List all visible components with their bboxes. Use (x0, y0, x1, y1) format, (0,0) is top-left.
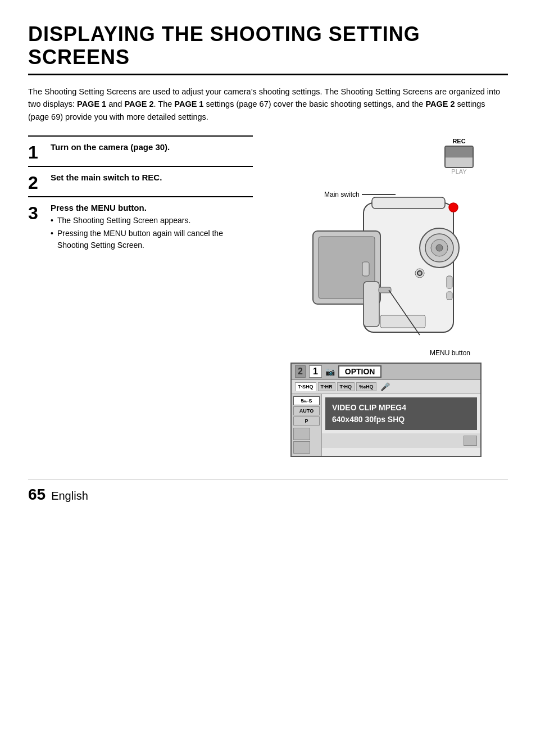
footer: 65 English (28, 479, 508, 504)
step-2-content: Set the main switch to REC. (51, 173, 253, 184)
left-item-auto: AUTO (293, 406, 320, 415)
page2-num: 2 (295, 365, 306, 378)
step-1-number: 1 (28, 143, 51, 161)
step-3-content: Press the MENU button. The Shooting Sett… (51, 203, 253, 252)
intro-bold1: PAGE 1 (77, 99, 106, 108)
video-info-line1: VIDEO CLIP MPEG4 (332, 402, 470, 414)
main-switch-line (362, 194, 396, 195)
screen-left-col: 5ₘ-S AUTO P (292, 394, 322, 456)
main-switch-label: Main switch (324, 191, 360, 198)
video-info-line2: 640x480 30fps SHQ (332, 414, 470, 425)
quality-tab-hq: T∙HQ (337, 382, 355, 391)
intro-text4: settings (page 67) cover the basic shoot… (203, 99, 425, 108)
step-3-title: Press the MENU button. (51, 203, 253, 212)
steps-right: REC PLAY Main switch (264, 135, 508, 457)
svg-point-7 (436, 245, 443, 251)
screen-right-col: VIDEO CLIP MPEG4 640x480 30fps SHQ (322, 394, 480, 456)
option-icon: 📷 (325, 367, 335, 376)
left-item-p: P (293, 417, 320, 425)
step-2-number: 2 (28, 174, 51, 192)
left-icon-1 (293, 428, 310, 440)
intro-bold4: PAGE 2 (425, 99, 455, 108)
screen-top-bar: 2 1 📷 OPTION (292, 364, 480, 380)
intro-text3: . The (154, 99, 175, 108)
svg-rect-12 (364, 282, 379, 327)
svg-rect-17 (362, 262, 369, 276)
play-label: PLAY (451, 168, 466, 175)
step-3-bullets: The Shooting Setting Screen appears. Pre… (51, 215, 253, 251)
step-3-row: 3 Press the MENU button. The Shooting Se… (28, 196, 253, 257)
left-item-5ms: 5ₘ-S (293, 396, 320, 405)
quality-row: T∙SHQ T∙HR T∙HQ %₆HQ 🎤 (292, 380, 480, 394)
step-2-row: 2 Set the main switch to REC. (28, 166, 253, 196)
step-1-content: Turn on the camera (page 30). (51, 142, 253, 154)
screen-diagram: 2 1 📷 OPTION T∙SHQ T∙HR T∙HQ %₆HQ 🎤 5ₘ-S… (290, 363, 482, 457)
quality-tab-65hq: %₆HQ (356, 382, 376, 391)
main-switch-label-area: Main switch (324, 191, 396, 198)
video-info-box: VIDEO CLIP MPEG4 640x480 30fps SHQ (325, 397, 477, 430)
step-2-title: Set the main switch to REC. (51, 173, 253, 182)
left-icon-2 (293, 441, 310, 454)
svg-rect-10 (447, 292, 452, 300)
svg-rect-8 (372, 197, 445, 209)
step-3-bullet-1: The Shooting Setting Screen appears. (51, 215, 253, 227)
mic-icon: 🎤 (380, 382, 390, 391)
svg-rect-9 (447, 276, 452, 288)
option-label: OPTION (338, 365, 382, 378)
steps-area: 1 Turn on the camera (page 30). 2 Set th… (28, 135, 508, 457)
intro-bold3: PAGE 1 (174, 99, 203, 108)
quality-tab-hr: T∙HR (318, 382, 335, 391)
menu-button-label: MENU button (430, 349, 470, 357)
small-box-icon (464, 436, 477, 446)
screen-main-row: 5ₘ-S AUTO P VIDEO CLIP MPEG4 640x480 30f… (292, 394, 480, 456)
switch-rec-position (446, 147, 473, 157)
steps-left: 1 Turn on the camera (page 30). 2 Set th… (28, 135, 264, 457)
step-1-row: 1 Turn on the camera (page 30). (28, 135, 253, 166)
step-3-number: 3 (28, 204, 51, 222)
page-title: DISPLAYING THE SHOOTING SETTING SCREENS (28, 22, 508, 75)
svg-point-16 (417, 271, 422, 275)
quality-tab-shq: T∙SHQ (295, 382, 316, 391)
switch-play-position (446, 157, 473, 168)
page1-num: 1 (309, 365, 322, 378)
rec-label: REC (452, 138, 465, 144)
step-3-bullet-2: Pressing the MENU button again will canc… (51, 228, 253, 251)
step-1-title: Turn on the camera (page 30). (51, 142, 253, 152)
camera-svg (290, 175, 482, 355)
intro-bold2: PAGE 2 (124, 99, 153, 108)
menu-button-label-area: MENU button (290, 349, 482, 357)
rec-play-switch (444, 146, 474, 168)
svg-point-11 (449, 203, 458, 212)
page-number: 65 (28, 486, 46, 504)
camera-diagram: Main switch (290, 175, 482, 357)
language-label: English (51, 490, 88, 503)
svg-rect-13 (380, 315, 425, 328)
screen-bottom (322, 433, 480, 448)
intro-paragraph: The Shooting Setting Screens are used to… (28, 85, 508, 123)
intro-text2: and (106, 99, 124, 108)
